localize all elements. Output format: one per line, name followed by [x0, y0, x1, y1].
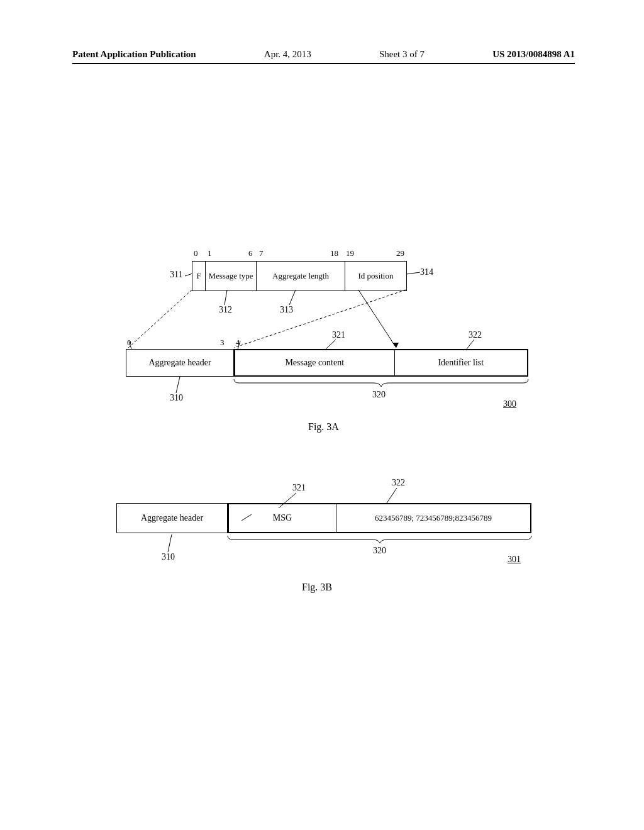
brace-320b: [228, 534, 531, 545]
leader-311: [185, 274, 194, 279]
msg-cell: MSG: [229, 504, 336, 532]
aggregate-row: Aggregate header Message content Identif…: [126, 349, 528, 377]
ref-321: 321: [332, 330, 345, 340]
page-header: Patent Application Publication Apr. 4, 2…: [72, 49, 575, 60]
leader-322b: [387, 488, 399, 504]
svg-line-4: [128, 290, 192, 348]
bit-6: 6: [248, 248, 253, 258]
svg-line-15: [242, 514, 252, 521]
aggregate-body: Message content Identifier list: [234, 349, 528, 377]
message-content-cell: Message content: [235, 350, 395, 375]
identifier-list-cell: Identifier list: [395, 350, 527, 375]
ref-300: 300: [503, 399, 516, 409]
svg-line-9: [238, 341, 240, 349]
aggregate-row-b: Aggregate header MSG 623456789; 72345678…: [116, 503, 531, 533]
leader-314: [406, 272, 421, 276]
leader-310: [176, 377, 184, 394]
publication-number: US 2013/0084898 A1: [492, 49, 575, 60]
bit-18: 18: [330, 248, 338, 258]
msg-label: MSG: [273, 513, 292, 523]
aggregate-header-cell-b: Aggregate header: [116, 503, 228, 533]
field-f: F: [192, 262, 206, 290]
svg-line-0: [185, 274, 192, 276]
svg-line-8: [129, 341, 131, 349]
sheet-number: Sheet 3 of 7: [379, 49, 425, 60]
publication-date: Apr. 4, 2013: [264, 49, 311, 60]
svg-line-6: [358, 290, 396, 348]
svg-line-10: [326, 340, 336, 349]
bit-7: 7: [259, 248, 264, 258]
bit-19: 19: [346, 248, 354, 258]
bodybit-3: 3: [220, 338, 225, 348]
leader-321: [326, 340, 337, 351]
field-message-type: Message type: [206, 262, 257, 290]
ref-314: 314: [420, 267, 433, 277]
brace-320: [234, 378, 528, 388]
aggregate-body-b: MSG 623456789; 723456789;823456789: [228, 503, 531, 533]
bit-29: 29: [396, 248, 404, 258]
publication-label: Patent Application Publication: [72, 49, 196, 60]
caption-3a: Fig. 3A: [308, 421, 339, 433]
figure-3b: 321 322 Aggregate header MSG 623456789; …: [116, 478, 531, 566]
aggregate-header-fields: F Message type Aggregate length Id posit…: [192, 261, 407, 291]
field-aggregate-length: Aggregate length: [257, 262, 345, 290]
ref-322: 322: [469, 330, 482, 340]
ref-321-b: 321: [292, 483, 306, 493]
svg-line-16: [168, 534, 172, 552]
svg-line-11: [467, 340, 474, 349]
bit-1: 1: [208, 248, 212, 258]
ids-cell: 623456789; 723456789;823456789: [336, 504, 530, 532]
caption-3b: Fig. 3B: [302, 582, 332, 593]
ref-310: 310: [170, 393, 183, 403]
header-rule: [72, 63, 575, 64]
ref-301: 301: [508, 555, 521, 565]
aggregate-header-cell: Aggregate header: [126, 349, 234, 377]
ref-320: 320: [372, 390, 386, 400]
bit-0: 0: [194, 248, 198, 258]
ref-310-b: 310: [162, 552, 175, 562]
svg-line-5: [234, 290, 406, 348]
ref-311: 311: [170, 270, 182, 280]
leader-322: [467, 340, 478, 351]
leader-310b: [168, 534, 175, 553]
svg-line-12: [176, 377, 180, 393]
svg-line-14: [387, 488, 397, 503]
ref-322-b: 322: [392, 478, 405, 488]
figure-3a: 0 1 6 7 18 19 29 F Message type Aggregat…: [126, 248, 528, 424]
leader-msg-inner: [242, 514, 253, 522]
ref-320-b: 320: [373, 546, 386, 556]
field-id-position: Id position: [345, 262, 406, 290]
svg-line-3: [406, 272, 420, 274]
